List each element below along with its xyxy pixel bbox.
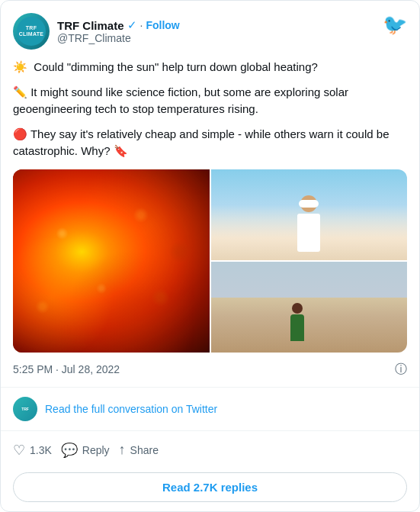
share-action[interactable]: ↑ Share bbox=[119, 437, 168, 462]
like-count: 1.3K bbox=[30, 444, 52, 456]
tweet-images bbox=[13, 169, 407, 353]
tweet-paragraph-2: ✏️ It might sound like science fiction, … bbox=[13, 84, 407, 118]
tweet-paragraph-3: 🔴 They say it's relatively cheap and sim… bbox=[13, 126, 407, 160]
actions-row: ♡ 1.3K 💬 Reply ↑ Share bbox=[13, 431, 407, 472]
verified-icon: ✓ bbox=[127, 18, 137, 32]
info-icon[interactable]: ⓘ bbox=[395, 362, 407, 378]
reply-icon: 💬 bbox=[61, 442, 78, 459]
read-conversation-section[interactable]: TRF Read the full conversation on Twitte… bbox=[13, 388, 407, 430]
account-handle-text: @TRF_Climate bbox=[57, 32, 180, 44]
reply-label: Reply bbox=[82, 444, 110, 456]
tweet-card: TRFCLIMATE TRF Climate ✓ · Follow @TRF_C… bbox=[0, 0, 420, 512]
like-icon: ♡ bbox=[13, 442, 25, 459]
account-name-row: TRF Climate ✓ · Follow bbox=[57, 18, 180, 32]
person-head bbox=[300, 195, 317, 212]
mini-avatar: TRF bbox=[13, 397, 37, 421]
standing-person-head bbox=[292, 303, 303, 314]
tweet-header: TRFCLIMATE TRF Climate ✓ · Follow @TRF_C… bbox=[13, 13, 407, 50]
person-eclipse-image bbox=[211, 169, 408, 260]
twitter-logo-icon: 🐦 bbox=[383, 13, 407, 37]
desert-person-image bbox=[211, 262, 408, 353]
tweet-timestamp: 5:25 PM · Jul 28, 2022 bbox=[13, 363, 120, 375]
account-handle: · bbox=[140, 19, 143, 31]
person-body bbox=[297, 214, 320, 252]
standing-person-body bbox=[290, 314, 304, 341]
timestamp-row: 5:25 PM · Jul 28, 2022 ⓘ bbox=[13, 362, 407, 378]
share-label: Share bbox=[130, 444, 159, 456]
account-details: TRF Climate ✓ · Follow @TRF_Climate bbox=[57, 18, 180, 44]
follow-button[interactable]: Follow bbox=[146, 19, 179, 31]
sun-image bbox=[13, 169, 210, 353]
tweet-paragraph-1: ☀️ Could "dimming the sun" help turn dow… bbox=[13, 59, 407, 76]
tweet-body: ☀️ Could "dimming the sun" help turn dow… bbox=[13, 59, 407, 160]
eclipse-goggles bbox=[299, 200, 319, 208]
account-name: TRF Climate bbox=[57, 19, 124, 32]
right-images bbox=[211, 169, 408, 353]
account-info-section: TRFCLIMATE TRF Climate ✓ · Follow @TRF_C… bbox=[13, 13, 180, 50]
read-replies-button[interactable]: Read 2.7K replies bbox=[13, 472, 407, 502]
avatar[interactable]: TRFCLIMATE bbox=[13, 13, 50, 50]
reply-action[interactable]: 💬 Reply bbox=[61, 437, 119, 463]
desert-standing-person bbox=[290, 303, 305, 345]
eclipse-person bbox=[293, 195, 324, 256]
like-action[interactable]: ♡ 1.3K bbox=[13, 437, 61, 463]
share-icon: ↑ bbox=[119, 442, 126, 458]
read-conversation-link[interactable]: Read the full conversation on Twitter bbox=[45, 403, 217, 415]
